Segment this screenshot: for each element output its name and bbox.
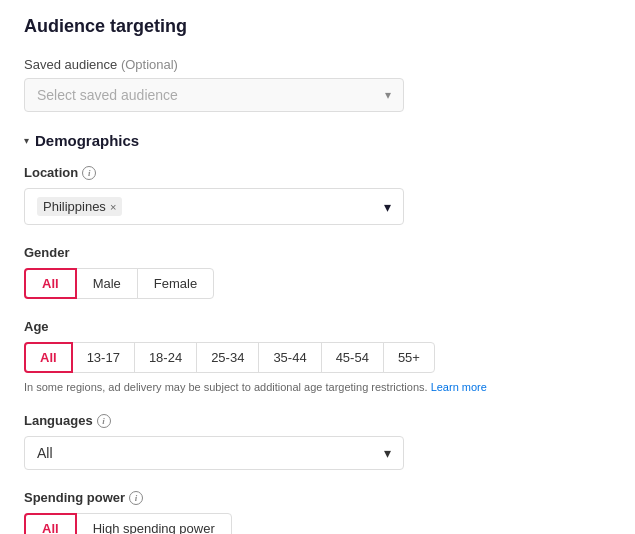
demographics-title: Demographics [35, 132, 139, 149]
optional-tag: (Optional) [121, 57, 178, 72]
age-block: Age All 13-17 18-24 25-34 35-44 45-54 55… [24, 319, 611, 393]
languages-value: All [37, 445, 53, 461]
age-disclaimer-text: In some regions, ad delivery may be subj… [24, 381, 428, 393]
gender-label: Gender [24, 245, 611, 260]
languages-label: Languages i [24, 413, 611, 428]
gender-options: All Male Female [24, 268, 611, 299]
location-label-text: Location [24, 165, 78, 180]
spending-power-label: Spending power i [24, 490, 611, 505]
age-option-45-54[interactable]: 45-54 [321, 342, 384, 373]
gender-option-female[interactable]: Female [137, 268, 214, 299]
demographics-section: ▾ Demographics Location i Philippines × … [24, 132, 611, 534]
learn-more-link[interactable]: Learn more [431, 381, 487, 393]
collapse-icon: ▾ [24, 135, 29, 146]
saved-audience-select[interactable]: Select saved audience ▾ [24, 78, 404, 112]
languages-block: Languages i All ▾ [24, 413, 611, 470]
saved-audience-label: Saved audience (Optional) [24, 57, 611, 72]
age-option-18-24[interactable]: 18-24 [134, 342, 197, 373]
location-tag: Philippines × [37, 197, 122, 216]
gender-option-all[interactable]: All [24, 268, 77, 299]
location-select[interactable]: Philippines × ▾ [24, 188, 404, 225]
saved-audience-block: Saved audience (Optional) Select saved a… [24, 57, 611, 112]
location-label: Location i [24, 165, 611, 180]
location-info-icon[interactable]: i [82, 166, 96, 180]
spending-power-options: All High spending power [24, 513, 611, 534]
age-disclaimer: In some regions, ad delivery may be subj… [24, 381, 611, 393]
location-block: Location i Philippines × ▾ [24, 165, 611, 225]
saved-audience-placeholder: Select saved audience [37, 87, 178, 103]
age-options: All 13-17 18-24 25-34 35-44 45-54 55+ [24, 342, 611, 373]
age-option-55-plus[interactable]: 55+ [383, 342, 435, 373]
age-option-35-44[interactable]: 35-44 [258, 342, 321, 373]
languages-select[interactable]: All ▾ [24, 436, 404, 470]
demographics-header[interactable]: ▾ Demographics [24, 132, 611, 149]
saved-audience-label-text: Saved audience [24, 57, 117, 72]
age-option-25-34[interactable]: 25-34 [196, 342, 259, 373]
languages-label-text: Languages [24, 413, 93, 428]
gender-option-male[interactable]: Male [76, 268, 138, 299]
spending-power-info-icon[interactable]: i [129, 491, 143, 505]
languages-chevron-icon: ▾ [384, 445, 391, 461]
location-tag-text: Philippines [43, 199, 106, 214]
age-option-13-17[interactable]: 13-17 [72, 342, 135, 373]
page-title: Audience targeting [24, 16, 611, 37]
location-chevron-icon: ▾ [384, 199, 391, 215]
spending-power-label-text: Spending power [24, 490, 125, 505]
age-option-all[interactable]: All [24, 342, 73, 373]
age-label: Age [24, 319, 611, 334]
languages-info-icon[interactable]: i [97, 414, 111, 428]
chevron-down-icon: ▾ [385, 88, 391, 102]
spending-power-option-all[interactable]: All [24, 513, 77, 534]
gender-block: Gender All Male Female [24, 245, 611, 299]
spending-power-option-high[interactable]: High spending power [76, 513, 232, 534]
spending-power-block: Spending power i All High spending power [24, 490, 611, 534]
location-tag-close[interactable]: × [110, 201, 116, 213]
